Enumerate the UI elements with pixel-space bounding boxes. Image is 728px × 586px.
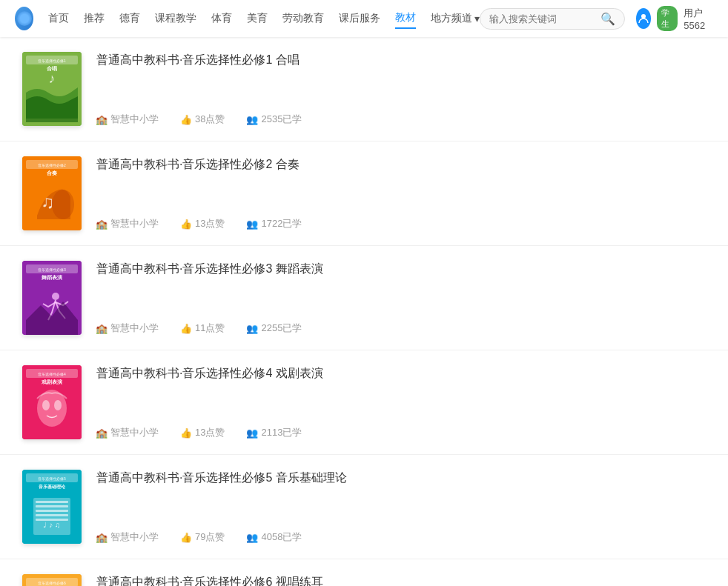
svg-rect-29 — [36, 501, 68, 503]
thumb-icon: 👍 — [181, 323, 191, 333]
likes-meta: 👍 11点赞 — [181, 322, 225, 335]
list-item[interactable]: 音乐选择性必修6 视唱练耳 普通 — [0, 559, 728, 586]
book-meta: 🏫 智慧中小学 👍 13点赞 👥 2113已学 — [96, 426, 706, 439]
thumb-icon: 👍 — [181, 219, 191, 229]
logo[interactable] — [15, 7, 33, 30]
svg-text:♫: ♫ — [41, 192, 54, 212]
people-icon: 👥 — [247, 114, 257, 124]
book-info-6: 普通高中教科书·音乐选择性必修6 视唱练耳 🏫 智慧中小学 👍 35点赞 👥 3… — [96, 574, 706, 586]
book-title[interactable]: 普通高中教科书·音乐选择性必修5 音乐基础理论 — [96, 470, 706, 486]
svg-point-0 — [641, 14, 646, 19]
building-icon: 🏫 — [96, 532, 107, 542]
book-cover-2: 音乐选择性必修2 合奏 ♫ — [22, 156, 82, 230]
publisher-meta: 🏫 智慧中小学 — [96, 217, 159, 230]
svg-rect-32 — [36, 514, 68, 516]
chevron-down-icon: ▾ — [474, 13, 480, 24]
svg-text:舞蹈表演: 舞蹈表演 — [42, 274, 63, 281]
book-title[interactable]: 普通高中教科书·音乐选择性必修2 合奏 — [96, 156, 706, 173]
book-title[interactable]: 普通高中教科书·音乐选择性必修3 舞蹈表演 — [96, 261, 706, 277]
building-icon: 🏫 — [96, 427, 107, 438]
list-item[interactable]: 音乐选择性必修5 音乐基础理论 ♩ ♪ ♫ 普通高中教科书·音乐选择性必修5 音… — [0, 455, 728, 559]
main-nav: 首页 推荐 德育 课程教学 体育 美育 劳动教育 课后服务 教材 地方频道 ▾ — [48, 8, 480, 29]
list-item[interactable]: 音乐选择性必修1 合唱 ♪ 普通高中教科书·音乐选择性必修1 合唱 🏫 智慧中小… — [0, 37, 728, 141]
thumb-icon: 👍 — [181, 114, 191, 124]
svg-text:合奏: 合奏 — [46, 170, 58, 176]
user-role-badge: 学生 — [657, 6, 678, 31]
nav-course[interactable]: 课程教学 — [155, 9, 196, 28]
svg-rect-31 — [36, 510, 68, 512]
user-name: 用户5562 — [684, 7, 713, 31]
likes-meta: 👍 79点赞 — [181, 530, 225, 544]
building-icon: 🏫 — [96, 219, 107, 229]
students-meta: 👥 4058已学 — [247, 530, 302, 544]
people-icon: 👥 — [247, 532, 257, 542]
book-title[interactable]: 普通高中教科书·音乐选择性必修1 合唱 — [96, 52, 706, 68]
list-item[interactable]: 音乐选择性必修3 舞蹈表演 普通高中教科书·音乐选择性必修3 舞蹈表演 — [0, 246, 728, 350]
svg-text:音乐选择性必修3: 音乐选择性必修3 — [38, 267, 66, 272]
book-cover-3: 音乐选择性必修3 舞蹈表演 — [22, 261, 82, 335]
svg-text:戏剧表演: 戏剧表演 — [41, 379, 63, 385]
people-icon: 👥 — [247, 219, 257, 229]
nav-labor[interactable]: 劳动教育 — [282, 9, 324, 28]
book-cover-4: 音乐选择性必修4 戏剧表演 — [22, 365, 82, 439]
book-info-4: 普通高中教科书·音乐选择性必修4 戏剧表演 🏫 智慧中小学 👍 13点赞 👥 2… — [96, 365, 706, 439]
students-meta: 👥 2255已学 — [247, 322, 302, 335]
book-info-5: 普通高中教科书·音乐选择性必修5 音乐基础理论 🏫 智慧中小学 👍 79点赞 👥… — [96, 470, 706, 544]
book-cover-5: 音乐选择性必修5 音乐基础理论 ♩ ♪ ♫ — [22, 470, 82, 544]
book-meta: 🏫 智慧中小学 👍 79点赞 👥 4058已学 — [96, 530, 706, 544]
user-area: 学生 用户5562 — [636, 6, 713, 31]
nav-recommend[interactable]: 推荐 — [84, 9, 105, 28]
svg-point-22 — [42, 400, 50, 410]
nav-moral[interactable]: 德育 — [119, 9, 140, 28]
header: 首页 推荐 德育 课程教学 体育 美育 劳动教育 课后服务 教材 地方频道 ▾ … — [0, 0, 728, 37]
thumb-icon: 👍 — [181, 427, 191, 438]
building-icon: 🏫 — [96, 323, 107, 333]
svg-text:音乐选择性必修1: 音乐选择性必修1 — [38, 59, 66, 63]
people-icon: 👥 — [247, 427, 257, 438]
book-cover-1: 音乐选择性必修1 合唱 ♪ — [22, 52, 82, 126]
svg-text:音乐选择性必修5: 音乐选择性必修5 — [38, 476, 66, 481]
publisher-meta: 🏫 智慧中小学 — [96, 530, 159, 544]
book-info-2: 普通高中教科书·音乐选择性必修2 合奏 🏫 智慧中小学 👍 13点赞 👥 172… — [96, 156, 706, 230]
book-info-3: 普通高中教科书·音乐选择性必修3 舞蹈表演 🏫 智慧中小学 👍 11点赞 👥 2… — [96, 261, 706, 335]
list-item[interactable]: 音乐选择性必修4 戏剧表演 普通高中教科书·音乐选择性必修4 戏剧表演 — [0, 350, 728, 455]
svg-text:音乐选择性必修4: 音乐选择性必修4 — [38, 372, 66, 376]
search-icon[interactable]: 🔍 — [600, 12, 615, 26]
likes-meta: 👍 13点赞 — [181, 426, 225, 439]
book-title[interactable]: 普通高中教科书·音乐选择性必修4 戏剧表演 — [96, 365, 706, 382]
students-meta: 👥 2535已学 — [247, 113, 302, 126]
svg-rect-30 — [36, 505, 68, 507]
publisher-meta: 🏫 智慧中小学 — [96, 322, 159, 335]
svg-text:音乐选择性必修6: 音乐选择性必修6 — [38, 581, 66, 585]
list-item[interactable]: 音乐选择性必修2 合奏 ♫ 普通高中教科书·音乐选择性必修2 合奏 🏫 智慧中小… — [0, 141, 728, 246]
book-meta: 🏫 智慧中小学 👍 11点赞 👥 2255已学 — [96, 322, 706, 335]
search-input[interactable] — [489, 13, 600, 24]
svg-text:音乐基础理论: 音乐基础理论 — [39, 484, 66, 489]
main-content: 音乐选择性必修1 合唱 ♪ 普通高中教科书·音乐选择性必修1 合唱 🏫 智慧中小… — [0, 37, 728, 586]
book-title[interactable]: 普通高中教科书·音乐选择性必修6 视唱练耳 — [96, 574, 706, 586]
avatar[interactable] — [636, 8, 651, 29]
thumb-icon: 👍 — [181, 532, 191, 542]
likes-meta: 👍 38点赞 — [181, 113, 225, 126]
svg-point-16 — [52, 293, 59, 300]
svg-text:♩ ♪ ♫: ♩ ♪ ♫ — [43, 521, 60, 529]
nav-pe[interactable]: 体育 — [211, 9, 232, 28]
students-meta: 👥 1722已学 — [247, 217, 302, 230]
nav-afterschool[interactable]: 课后服务 — [339, 9, 380, 28]
book-info-1: 普通高中教科书·音乐选择性必修1 合唱 🏫 智慧中小学 👍 38点赞 👥 253… — [96, 52, 706, 126]
book-cover-6: 音乐选择性必修6 视唱练耳 — [22, 574, 82, 586]
svg-point-23 — [54, 400, 62, 410]
svg-text:音乐选择性必修2: 音乐选择性必修2 — [38, 163, 66, 167]
nav-local[interactable]: 地方频道 ▾ — [431, 9, 480, 28]
book-meta: 🏫 智慧中小学 👍 38点赞 👥 2535已学 — [96, 113, 706, 126]
publisher-meta: 🏫 智慧中小学 — [96, 113, 159, 126]
nav-arts[interactable]: 美育 — [247, 9, 268, 28]
nav-home[interactable]: 首页 — [48, 9, 69, 28]
search-area: 🔍 — [480, 8, 625, 30]
likes-meta: 👍 13点赞 — [181, 217, 225, 230]
publisher-meta: 🏫 智慧中小学 — [96, 426, 159, 439]
nav-textbook[interactable]: 教材 — [395, 8, 416, 29]
book-list: 音乐选择性必修1 合唱 ♪ 普通高中教科书·音乐选择性必修1 合唱 🏫 智慧中小… — [0, 37, 728, 586]
svg-text:♪: ♪ — [49, 71, 56, 86]
book-meta: 🏫 智慧中小学 👍 13点赞 👥 1722已学 — [96, 217, 706, 230]
